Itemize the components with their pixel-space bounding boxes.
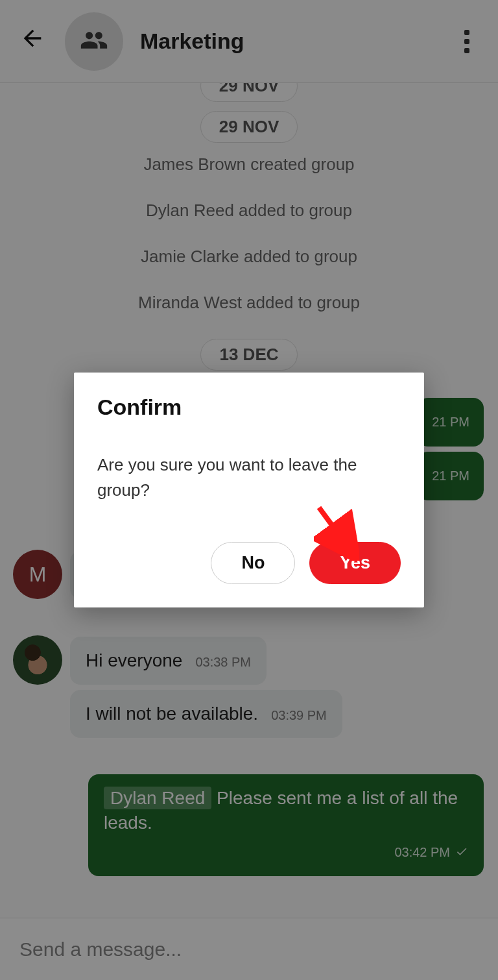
- dialog-title: Confirm: [97, 395, 401, 420]
- no-button[interactable]: No: [211, 542, 295, 584]
- modal-overlay[interactable]: Confirm Are you sure you want to leave t…: [0, 0, 498, 980]
- dialog-body: Are you sure you want to leave the group…: [97, 452, 401, 503]
- confirm-dialog: Confirm Are you sure you want to leave t…: [74, 373, 424, 607]
- yes-button[interactable]: Yes: [309, 542, 401, 584]
